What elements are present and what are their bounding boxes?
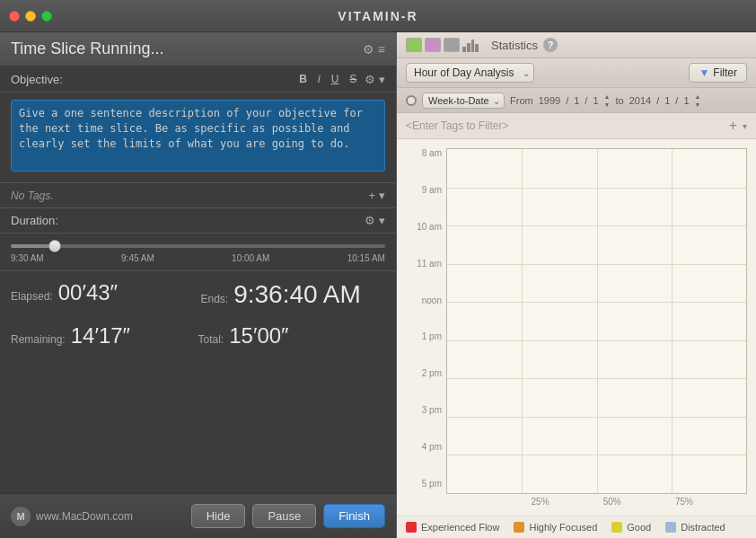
legend-good: Good xyxy=(611,522,651,533)
stats-row-1: Elapsed: 00′43″ Ends: 9:36:40 AM xyxy=(0,271,396,318)
to-day: 1 xyxy=(683,95,689,106)
traffic-lights xyxy=(9,11,52,22)
objective-label: Objective: xyxy=(11,73,63,86)
duration-header: Duration: ⚙ ▾ xyxy=(0,208,396,234)
left-panel: Time Slice Running... ⚙ ≡ Objective: B i… xyxy=(0,32,397,538)
action-buttons: Hide Pause Finish xyxy=(191,504,385,528)
legend-label-good: Good xyxy=(627,522,651,533)
time-label-3: 10:15 AM xyxy=(347,253,385,263)
remaining-stat: Remaining: 14′17″ xyxy=(11,323,198,348)
maximize-button[interactable] xyxy=(41,11,52,22)
date-range-select[interactable]: Week-to-Date xyxy=(422,93,505,109)
main-container: Time Slice Running... ⚙ ≡ Objective: B i… xyxy=(0,32,756,538)
from-day: 1 xyxy=(593,95,598,106)
objective-textarea[interactable]: Give a one sentence description of your … xyxy=(11,100,385,172)
time-label-2: 10:00 AM xyxy=(232,253,269,263)
objective-header: Objective: B i U S ⚙ ▾ xyxy=(0,66,396,93)
running-title: Time Slice Running... xyxy=(11,40,163,58)
grid-v-2 xyxy=(597,149,598,493)
tags-chevron-icon[interactable]: ▾ xyxy=(743,121,747,131)
plus-icon: + xyxy=(368,189,375,202)
filter-funnel-icon: ▼ xyxy=(699,66,709,79)
total-label: Total: xyxy=(198,333,224,346)
app-title: VITAMIN-R xyxy=(338,9,418,23)
purple-icon xyxy=(425,38,441,52)
legend-color-good xyxy=(611,522,622,533)
objective-gear-icon[interactable]: ⚙ ▾ xyxy=(365,73,385,86)
to-stepper[interactable]: ▲ ▼ xyxy=(695,93,701,109)
from-stepper-down[interactable]: ▼ xyxy=(604,101,611,109)
ends-value: 9:36:40 AM xyxy=(233,280,361,309)
elapsed-label: Elapsed: xyxy=(11,290,53,303)
from-stepper-up[interactable]: ▲ xyxy=(604,93,611,101)
grid-h-7 xyxy=(447,417,746,418)
stats-row-2: Remaining: 14′17″ Total: 15′00″ xyxy=(0,318,396,359)
strikethrough-button[interactable]: S xyxy=(347,72,359,86)
pause-button[interactable]: Pause xyxy=(252,504,316,528)
analysis-toolbar: Hour of Day Analysis ▼ Filter xyxy=(397,58,756,88)
stats-toolbar: Statistics ? xyxy=(397,32,756,58)
y-label-0: 8 am xyxy=(406,148,446,158)
legend-color-focused xyxy=(514,522,524,533)
settings-icon[interactable]: ⚙ ≡ xyxy=(363,42,385,57)
tags-plus-icon[interactable]: + xyxy=(729,118,737,134)
hide-button[interactable]: Hide xyxy=(191,504,246,528)
finish-button[interactable]: Finish xyxy=(323,504,385,528)
close-button[interactable] xyxy=(9,11,20,22)
italic-button[interactable]: i xyxy=(315,72,323,86)
help-icon[interactable]: ? xyxy=(543,38,558,52)
y-label-9: 5 pm xyxy=(406,479,446,489)
slider-area: 9:30 AM 9:45 AM 10:00 AM 10:15 AM xyxy=(0,234,396,271)
format-bar: B i U S ⚙ ▾ xyxy=(296,72,385,86)
ends-label: Ends: xyxy=(201,293,229,305)
legend-distracted: Distracted xyxy=(665,522,725,533)
duration-gear-icon[interactable]: ⚙ ▾ xyxy=(365,214,385,227)
chart-area: 8 am 9 am 10 am 11 am noon 1 pm 2 pm 3 p… xyxy=(397,139,756,516)
tags-controls: + ▾ xyxy=(729,118,747,134)
filter-label: Filter xyxy=(713,66,737,79)
ends-stat: Ends: 9:36:40 AM xyxy=(201,280,386,309)
bar-chart-icon xyxy=(462,38,479,52)
y-label-5: 1 pm xyxy=(406,331,446,341)
chart-y-labels: 8 am 9 am 10 am 11 am noon 1 pm 2 pm 3 p… xyxy=(406,148,446,507)
title-bar: VITAMIN-R xyxy=(0,0,756,32)
watermark: M www.MacDown.com xyxy=(11,507,133,526)
date-radio[interactable] xyxy=(406,95,417,106)
legend-label-distracted: Distracted xyxy=(681,522,725,533)
slider-track[interactable] xyxy=(11,244,385,248)
y-label-6: 2 pm xyxy=(406,368,446,378)
filter-button[interactable]: ▼ Filter xyxy=(689,63,747,83)
to-stepper-down[interactable]: ▼ xyxy=(695,101,701,109)
y-label-2: 10 am xyxy=(406,222,446,232)
running-header: Time Slice Running... ⚙ ≡ xyxy=(0,32,396,66)
to-stepper-up[interactable]: ▲ xyxy=(695,93,701,101)
objective-area: Give a one sentence description of your … xyxy=(0,93,396,183)
date-sep-4: / xyxy=(675,95,678,106)
from-label: From xyxy=(510,95,533,106)
tags-text: No Tags. xyxy=(11,190,54,202)
minimize-button[interactable] xyxy=(25,11,36,22)
elapsed-stat: Elapsed: 00′43″ xyxy=(11,280,196,309)
gray-icon xyxy=(444,38,460,52)
grid-h-8 xyxy=(447,454,746,455)
analysis-type-select[interactable]: Hour of Day Analysis xyxy=(406,63,534,83)
to-label: to xyxy=(615,95,623,106)
bold-button[interactable]: B xyxy=(296,72,310,86)
time-labels: 9:30 AM 9:45 AM 10:00 AM 10:15 AM xyxy=(11,251,385,265)
elapsed-value: 00′43″ xyxy=(58,280,118,305)
total-stat: Total: 15′00″ xyxy=(198,323,386,348)
from-stepper[interactable]: ▲ ▼ xyxy=(604,93,611,109)
chart-with-x: 25% 50% 75% xyxy=(446,148,747,507)
chart-container: 8 am 9 am 10 am 11 am noon 1 pm 2 pm 3 p… xyxy=(406,148,747,507)
to-month: 1 xyxy=(664,95,670,106)
tags-add-button[interactable]: + ▾ xyxy=(368,189,385,202)
underline-button[interactable]: U xyxy=(329,72,342,86)
grid-h-2 xyxy=(447,225,746,226)
date-sep-2: / xyxy=(585,95,587,106)
slider-thumb[interactable] xyxy=(48,240,61,252)
y-label-8: 4 pm xyxy=(406,442,446,452)
tags-filter-placeholder[interactable]: <Enter Tags to Filter> xyxy=(406,119,509,132)
grid-h-6 xyxy=(447,378,746,379)
grid-h-1 xyxy=(447,188,746,189)
time-label-1: 9:45 AM xyxy=(121,253,154,263)
